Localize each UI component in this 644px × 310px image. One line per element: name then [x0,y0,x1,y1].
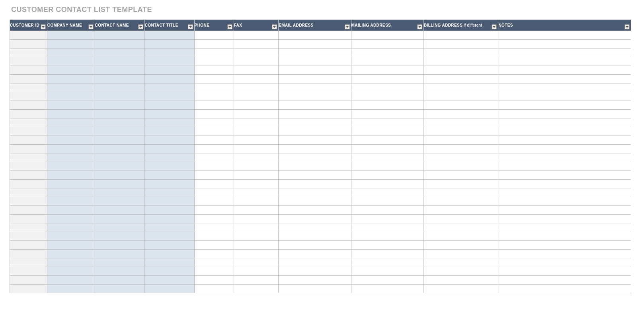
cell[interactable] [423,92,498,101]
cell[interactable] [279,197,351,206]
cell[interactable] [423,241,498,250]
cell[interactable] [423,66,498,75]
cell[interactable] [351,215,423,223]
cell[interactable] [498,136,631,145]
cell[interactable] [47,66,95,75]
cell[interactable] [95,57,144,66]
cell[interactable] [47,75,95,83]
cell[interactable] [498,197,631,206]
cell[interactable] [498,92,631,101]
cell[interactable] [423,145,498,153]
cell[interactable] [47,215,95,223]
cell[interactable] [351,101,423,110]
cell[interactable] [10,118,47,127]
cell[interactable] [47,180,95,188]
cell[interactable] [423,267,498,276]
cell[interactable] [279,92,351,101]
filter-dropdown-icon[interactable] [492,24,497,29]
cell[interactable] [234,223,279,232]
cell[interactable] [144,197,194,206]
cell[interactable] [194,250,234,258]
cell[interactable] [423,127,498,136]
cell[interactable] [498,101,631,110]
cell[interactable] [234,188,279,197]
cell[interactable] [498,162,631,171]
cell[interactable] [194,276,234,285]
cell[interactable] [234,206,279,215]
cell[interactable] [47,241,95,250]
cell[interactable] [498,171,631,180]
cell[interactable] [47,127,95,136]
cell[interactable] [351,31,423,40]
cell[interactable] [95,276,144,285]
cell[interactable] [95,250,144,258]
cell[interactable] [144,110,194,118]
cell[interactable] [144,241,194,250]
cell[interactable] [423,250,498,258]
cell[interactable] [279,223,351,232]
cell[interactable] [10,250,47,258]
cell[interactable] [423,31,498,40]
cell[interactable] [279,206,351,215]
cell[interactable] [279,250,351,258]
filter-dropdown-icon[interactable] [272,24,277,29]
filter-dropdown-icon[interactable] [41,24,46,29]
cell[interactable] [10,162,47,171]
cell[interactable] [234,250,279,258]
cell[interactable] [144,48,194,57]
cell[interactable] [498,241,631,250]
cell[interactable] [234,101,279,110]
cell[interactable] [194,215,234,223]
cell[interactable] [351,267,423,276]
cell[interactable] [144,267,194,276]
cell[interactable] [194,267,234,276]
cell[interactable] [234,40,279,48]
cell[interactable] [194,153,234,162]
cell[interactable] [10,241,47,250]
cell[interactable] [498,153,631,162]
cell[interactable] [47,206,95,215]
cell[interactable] [279,40,351,48]
cell[interactable] [95,206,144,215]
cell[interactable] [498,40,631,48]
cell[interactable] [498,250,631,258]
cell[interactable] [47,162,95,171]
cell[interactable] [234,285,279,293]
cell[interactable] [423,276,498,285]
cell[interactable] [144,66,194,75]
cell[interactable] [194,31,234,40]
cell[interactable] [10,285,47,293]
cell[interactable] [351,258,423,267]
cell[interactable] [498,232,631,241]
cell[interactable] [498,285,631,293]
cell[interactable] [234,92,279,101]
cell[interactable] [10,75,47,83]
cell[interactable] [47,197,95,206]
cell[interactable] [95,118,144,127]
cell[interactable] [234,171,279,180]
cell[interactable] [95,171,144,180]
cell[interactable] [498,180,631,188]
cell[interactable] [194,171,234,180]
cell[interactable] [279,215,351,223]
cell[interactable] [279,66,351,75]
cell[interactable] [95,162,144,171]
cell[interactable] [234,180,279,188]
cell[interactable] [498,276,631,285]
cell[interactable] [144,40,194,48]
cell[interactable] [144,258,194,267]
cell[interactable] [423,223,498,232]
cell[interactable] [144,215,194,223]
cell[interactable] [498,48,631,57]
cell[interactable] [47,223,95,232]
cell[interactable] [194,232,234,241]
cell[interactable] [194,75,234,83]
cell[interactable] [47,171,95,180]
cell[interactable] [194,40,234,48]
cell[interactable] [423,232,498,241]
cell[interactable] [95,101,144,110]
cell[interactable] [144,171,194,180]
cell[interactable] [10,92,47,101]
cell[interactable] [10,101,47,110]
cell[interactable] [95,197,144,206]
